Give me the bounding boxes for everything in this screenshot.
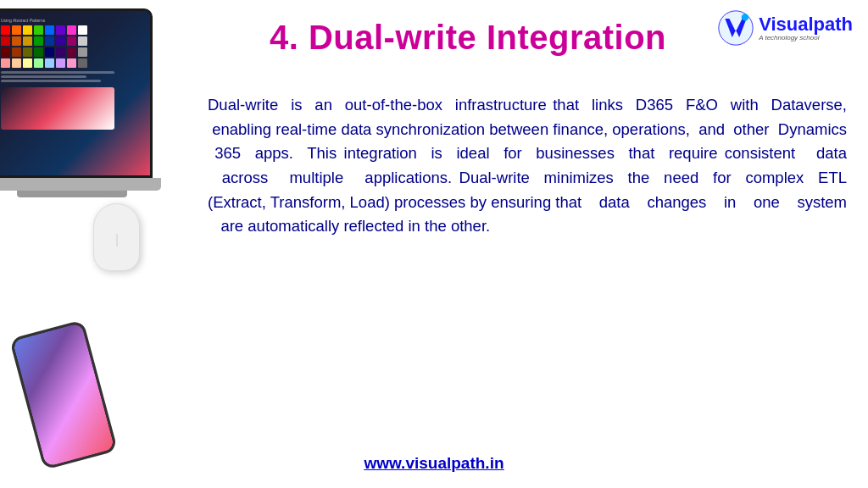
color-swatch: [23, 58, 32, 68]
slide-title: 4. Dual-write Integration: [203, 19, 732, 57]
color-swatch: [34, 25, 43, 35]
slide-container: Using Abstract Patterns: [0, 0, 868, 488]
color-swatch: [45, 47, 54, 57]
color-swatch: [34, 36, 43, 46]
color-swatch: [1, 25, 10, 35]
color-swatch: [56, 47, 65, 57]
color-swatch: [1, 36, 10, 46]
color-swatch: [78, 25, 87, 35]
color-swatch: [1, 58, 10, 68]
color-swatch: [12, 58, 21, 68]
logo-name: Visualpath: [759, 15, 853, 34]
website-link[interactable]: www.visualpath.in: [0, 454, 868, 473]
color-swatch: [23, 47, 32, 57]
color-swatch: [67, 36, 76, 46]
mouse-image: [93, 203, 140, 271]
svg-point-2: [742, 14, 748, 20]
color-swatch: [78, 36, 87, 46]
laptop-base: [0, 178, 161, 191]
color-swatch: [34, 58, 43, 68]
left-decorative-area: Using Abstract Patterns: [0, 0, 195, 488]
color-swatch: [67, 25, 76, 35]
color-swatch: [56, 36, 65, 46]
color-swatch: [45, 25, 54, 35]
color-swatch: [56, 58, 65, 68]
content-area: Dual-write is an out-of-the-box infrastr…: [208, 93, 847, 441]
color-swatch: [67, 58, 76, 68]
color-palette: [1, 25, 143, 68]
laptop-image: Using Abstract Patterns: [0, 0, 170, 271]
phone-image: [9, 319, 118, 470]
logo-container: Visualpath A technology school: [718, 10, 853, 46]
color-swatch: [67, 47, 76, 57]
phone-screen: [13, 323, 115, 467]
color-swatch: [12, 36, 21, 46]
logo-text: Visualpath A technology school: [759, 15, 853, 42]
color-swatch: [12, 25, 21, 35]
laptop-body: Using Abstract Patterns: [0, 8, 153, 178]
color-swatch: [23, 25, 32, 35]
body-text: Dual-write is an out-of-the-box infrastr…: [208, 93, 847, 239]
color-swatch: [78, 47, 87, 57]
color-swatch: [12, 47, 21, 57]
laptop-screen: Using Abstract Patterns: [0, 11, 150, 175]
color-swatch: [45, 58, 54, 68]
color-swatch: [34, 47, 43, 57]
color-swatch: [56, 25, 65, 35]
color-swatch: [23, 36, 32, 46]
color-swatch: [45, 36, 54, 46]
color-swatch: [1, 47, 10, 57]
laptop-stand: [17, 191, 127, 197]
website-anchor[interactable]: www.visualpath.in: [364, 454, 504, 472]
logo-tagline: A technology school: [759, 34, 819, 42]
color-swatch: [78, 58, 87, 68]
